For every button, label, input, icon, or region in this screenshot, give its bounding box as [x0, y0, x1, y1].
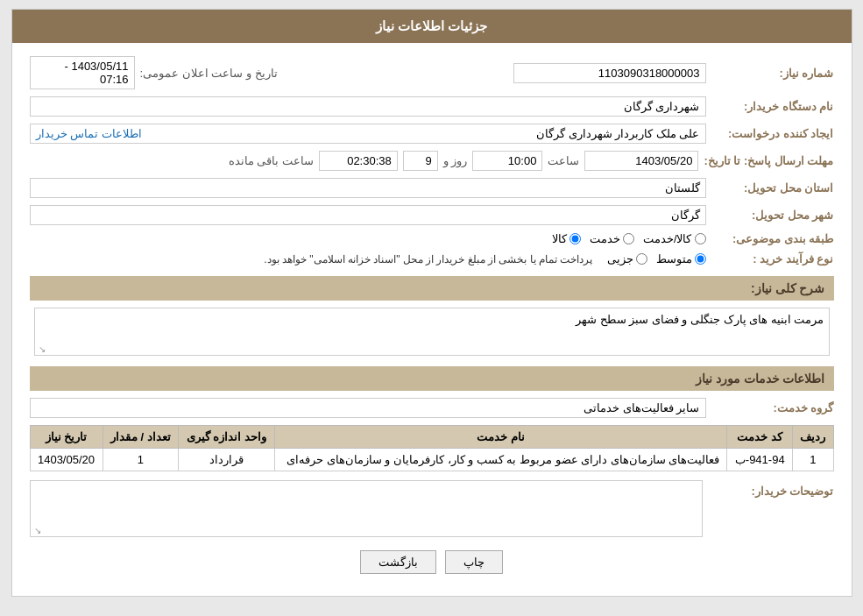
label-time: ساعت: [548, 154, 579, 167]
label-remain: ساعت باقی مانده: [229, 154, 314, 167]
cell-row: 1: [793, 449, 833, 471]
creator-contact-link[interactable]: اطلاعات تماس خریدار: [36, 127, 142, 140]
field-buyer-org: شهرداری گرگان: [30, 96, 706, 117]
label-kala: کالا: [552, 232, 567, 245]
th-qty: تعداد / مقدار: [103, 426, 179, 449]
section-need-desc: شرح کلی نیاز:: [30, 276, 834, 301]
label-deadline: مهلت ارسال پاسخ: تا تاریخ:: [704, 154, 833, 167]
need-description-text: مرمت ابنیه های پارک جنگلی و فضای سبز سطح…: [576, 313, 824, 326]
row-buyer-notes: توضیحات خریدار: ↘: [30, 480, 834, 537]
label-buyer-org: نام دستگاه خریدار:: [711, 100, 834, 113]
field-remain: 02:30:38: [319, 151, 398, 171]
th-code: کد خدمت: [727, 426, 793, 449]
radio-item-kala: کالا: [552, 232, 581, 245]
need-desc-container: مرمت ابنیه های پارک جنگلی و فضای سبز سطح…: [30, 308, 834, 356]
label-need-number: شماره نیاز:: [711, 67, 834, 80]
content-area: شماره نیاز: 1103090318000003 تاریخ و ساع…: [12, 43, 852, 596]
footer-buttons: چاپ بازگشت: [30, 550, 834, 574]
purchase-type-radio-group: متوسط جزیی: [607, 252, 706, 266]
radio-motavaset[interactable]: [695, 253, 706, 265]
label-motavaset: متوسط: [656, 252, 692, 266]
radio-jozyi[interactable]: [636, 253, 647, 265]
radio-khedmat[interactable]: [623, 233, 634, 244]
cell-name: فعالیت‌های سازمان‌های دارای عضو مربوط به…: [274, 449, 727, 471]
section-services: اطلاعات خدمات مورد نیاز: [30, 366, 834, 391]
label-category: طبقه بندی موضوعی:: [711, 232, 834, 245]
purchase-note: پرداخت تمام یا بخشی از مبلغ خریدار از مح…: [264, 253, 592, 266]
back-button[interactable]: بازگشت: [360, 550, 436, 574]
label-khedmat: خدمت: [590, 232, 620, 245]
label-purchase-type: نوع فرآیند خرید :: [711, 252, 834, 266]
row-service-group: گروه خدمت: سایر فعالیت‌های خدماتی: [30, 398, 834, 418]
field-creator: علی ملک کاربردار شهرداری گرگان اطلاعات ت…: [30, 124, 706, 144]
field-city: گرگان: [30, 205, 706, 225]
cell-unit: قرارداد: [179, 449, 274, 471]
field-days: 9: [403, 151, 438, 171]
row-deadline: مهلت ارسال پاسخ: تا تاریخ: 1403/05/20 سا…: [30, 151, 834, 171]
radio-item-kala-khedmat: کالا/خدمت: [643, 232, 706, 245]
services-table: ردیف کد خدمت نام خدمت واحد اندازه گیری ت…: [30, 425, 834, 471]
th-row: ردیف: [793, 426, 833, 449]
cell-code: 941-94-ب: [727, 449, 793, 471]
label-kala-khedmat: کالا/خدمت: [643, 232, 692, 245]
row-need-number: شماره نیاز: 1103090318000003 تاریخ و ساع…: [30, 56, 834, 89]
need-description-box: مرمت ابنیه های پارک جنگلی و فضای سبز سطح…: [34, 308, 830, 356]
cell-date: 1403/05/20: [30, 449, 103, 471]
row-purchase-type: نوع فرآیند خرید : متوسط جزیی پرداخت تمام…: [30, 252, 834, 266]
label-jozyi: جزیی: [607, 252, 633, 266]
th-unit: واحد اندازه گیری: [179, 426, 274, 449]
radio-kala[interactable]: [569, 233, 581, 244]
buyer-notes-box: ↘: [30, 480, 703, 537]
row-city: شهر محل تحویل: گرگان: [30, 205, 834, 225]
radio-item-khedmat: خدمت: [590, 232, 634, 245]
field-need-number: 1103090318000003: [513, 63, 706, 83]
resize-handle-notes: ↘: [32, 526, 41, 535]
table-header-row: ردیف کد خدمت نام خدمت واحد اندازه گیری ت…: [30, 426, 833, 449]
label-service-group: گروه خدمت:: [711, 401, 834, 414]
th-date: تاریخ نیاز: [30, 426, 103, 449]
page-title: جزئیات اطلاعات نیاز: [376, 18, 487, 33]
resize-handle: ↘: [37, 344, 46, 353]
th-name: نام خدمت: [274, 426, 727, 449]
field-announcement: 1403/05/11 - 07:16: [30, 56, 135, 89]
row-buyer-org: نام دستگاه خریدار: شهرداری گرگان: [30, 96, 834, 117]
creator-value: علی ملک کاربردار شهرداری گرگان: [536, 127, 699, 140]
category-radio-group: کالا/خدمت خدمت کالا: [552, 232, 706, 245]
label-creator: ایجاد کننده درخواست:: [711, 127, 834, 140]
field-province: گلستان: [30, 178, 706, 198]
table-row: 1 941-94-ب فعالیت‌های سازمان‌های دارای ع…: [30, 449, 833, 471]
radio-kala-khedmat[interactable]: [695, 233, 706, 244]
label-province: استان محل تحویل:: [711, 181, 834, 195]
cell-qty: 1: [103, 449, 179, 471]
print-button[interactable]: چاپ: [445, 550, 503, 574]
page-header: جزئیات اطلاعات نیاز: [12, 10, 852, 43]
row-creator: ایجاد کننده درخواست: علی ملک کاربردار شه…: [30, 124, 834, 144]
radio-item-motavaset: متوسط: [656, 252, 706, 266]
field-service-group: سایر فعالیت‌های خدماتی: [30, 398, 706, 418]
label-buyer-notes: توضیحات خریدار:: [711, 480, 834, 498]
page-container: جزئیات اطلاعات نیاز شماره نیاز: 11030903…: [11, 9, 852, 597]
field-deadline-date: 1403/05/20: [584, 151, 698, 171]
label-days: روز و: [443, 154, 468, 167]
label-announcement: تاریخ و ساعت اعلان عمومی:: [140, 67, 278, 80]
row-category: طبقه بندی موضوعی: کالا/خدمت خدمت کالا: [30, 232, 834, 245]
row-province: استان محل تحویل: گلستان: [30, 178, 834, 198]
radio-item-jozyi: جزیی: [607, 252, 647, 266]
field-deadline-time: 10:00: [472, 151, 542, 171]
label-city: شهر محل تحویل:: [711, 209, 834, 222]
